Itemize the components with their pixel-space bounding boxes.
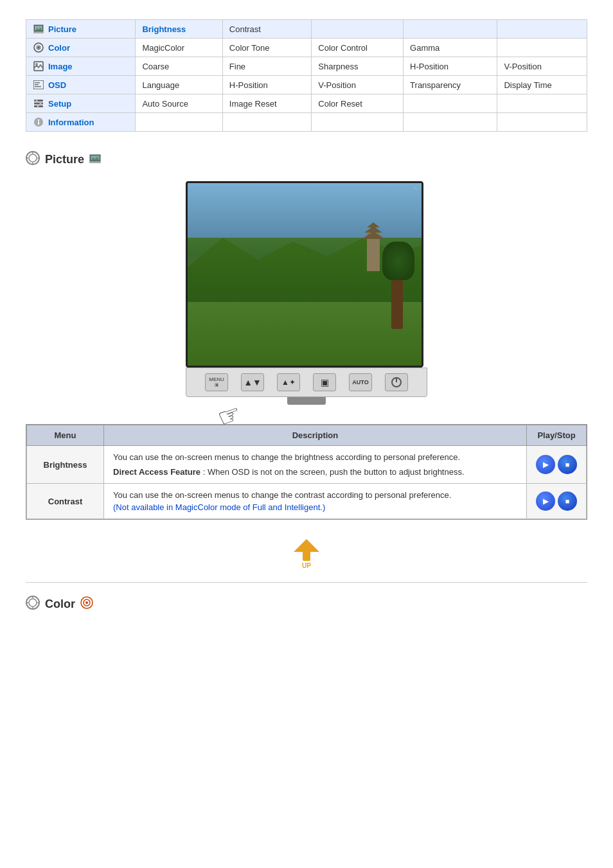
svg-rect-11	[35, 82, 40, 84]
nav-gamma-cell[interactable]: Gamma	[404, 39, 497, 57]
nav-info-empty1	[136, 113, 222, 132]
svg-rect-22	[38, 121, 39, 125]
nav-empty1	[312, 20, 404, 39]
nav-autosource-cell[interactable]: Auto Source	[136, 94, 222, 113]
nav-fine-cell[interactable]: Fine	[222, 57, 312, 76]
contrast-play-stop-btns: ▶ ■	[536, 492, 577, 511]
nav-brightness-cell[interactable]: Brightness	[136, 20, 222, 39]
nav-info-cell[interactable]: Information	[26, 113, 136, 132]
monitor-container: ▲ MENU ▣ ▲▼ ▲✦ ▣	[186, 181, 427, 405]
nav-language-cell[interactable]: Language	[136, 76, 222, 94]
svg-point-36	[85, 601, 88, 604]
up-arrow-base	[303, 552, 310, 561]
svg-rect-15	[34, 103, 43, 105]
image-icon	[33, 60, 44, 72]
svg-rect-31	[396, 378, 397, 382]
nav-sharpness-cell[interactable]: Sharpness	[312, 57, 404, 76]
nav-image-cell[interactable]: Image	[26, 57, 136, 76]
nav-magiccolor-cell[interactable]: MagicColor	[136, 39, 222, 57]
nav-info-empty2	[222, 113, 312, 132]
monitor-stand	[287, 397, 326, 405]
nav-picture-cell[interactable]: Picture	[26, 20, 136, 39]
up-arrow-container: UP	[294, 539, 319, 569]
nav-setup-cell[interactable]: Setup	[26, 94, 136, 113]
menu-btn[interactable]: MENU ▣	[205, 373, 228, 391]
brightness-desc-cell: You can use the on-screen menus to chang…	[104, 446, 527, 484]
nav-imagereset-cell[interactable]: Image Reset	[222, 94, 312, 113]
nav-image-label: Image	[48, 62, 73, 71]
col-desc-header: Description	[104, 425, 527, 446]
contrast-label: Contrast	[48, 497, 82, 506]
brightness-stop-btn[interactable]: ■	[558, 455, 577, 474]
screen-corner: ▲	[413, 184, 418, 191]
up-arrow-section: UP	[26, 539, 587, 569]
brightness-desc-line1: You can use the on-screen menus to chang…	[113, 452, 517, 462]
svg-rect-29	[90, 161, 100, 163]
contrast-forward-btn[interactable]: ▶	[536, 492, 555, 511]
garden-background: ▲	[188, 183, 422, 366]
nav-vposition1-cell[interactable]: V-Position	[497, 57, 587, 76]
nav-displaytime-cell[interactable]: Display Time	[497, 76, 587, 94]
up-arrow	[294, 539, 319, 552]
power-btn[interactable]	[385, 373, 408, 391]
auto-btn[interactable]: AUTO	[349, 373, 372, 391]
brightness-forward-btn[interactable]: ▶	[536, 455, 555, 474]
brightness-menu-cell: Brightness	[27, 446, 104, 484]
nav-info-label: Information	[48, 118, 94, 127]
nav-vposition2-cell[interactable]: V-Position	[312, 76, 404, 94]
nav-empty5	[404, 94, 497, 113]
nav-info-empty3	[312, 113, 404, 132]
brightness-direct-access-bold: Direct Access Feature	[113, 467, 200, 477]
tree-foliage	[382, 242, 414, 280]
nav-contrast-cell[interactable]: Contrast	[222, 20, 312, 39]
color-section-icon1	[26, 596, 40, 613]
nav-empty4	[497, 39, 587, 57]
contrast-stop-btn[interactable]: ■	[558, 492, 577, 511]
nav-color-cell[interactable]: Color	[26, 39, 136, 57]
nav-transparency-cell[interactable]: Transparency	[404, 76, 497, 94]
contrast-desc-line1: You can use the on-screen menus to chang…	[113, 490, 517, 500]
nav-osd-label: OSD	[48, 80, 66, 90]
svg-rect-4	[34, 31, 43, 33]
description-table: Menu Description Play/Stop Brightness Yo…	[26, 425, 587, 519]
svg-point-18	[40, 103, 42, 105]
nav-hposition2-cell[interactable]: H-Position	[222, 76, 312, 94]
monitor-screen: ▲	[186, 181, 423, 368]
picture-heading-icon2	[89, 153, 101, 166]
color-heading-text: Color	[45, 598, 75, 611]
nav-coarse-cell[interactable]: Coarse	[136, 57, 222, 76]
nav-colorcontrol-cell[interactable]: Color Control	[312, 39, 404, 57]
garden-ground	[188, 302, 422, 366]
svg-rect-13	[35, 86, 41, 87]
svg-rect-14	[34, 100, 43, 102]
contrast-desc-line2: (Not available in MagicColor mode of Ful…	[113, 502, 517, 512]
magic-btn[interactable]: ▲✦	[277, 373, 300, 391]
svg-point-24	[29, 154, 37, 162]
color-icon	[33, 42, 44, 53]
picture-heading-text: Picture	[45, 153, 84, 166]
source-btn[interactable]: ▣	[313, 373, 336, 391]
svg-point-21	[38, 120, 39, 121]
nav-hposition1-cell[interactable]: H-Position	[404, 57, 497, 76]
nav-table: Picture Brightness Contrast	[26, 19, 587, 132]
osd-icon	[33, 79, 44, 91]
nav-colortone-cell[interactable]: Color Tone	[222, 39, 312, 57]
nav-empty6	[497, 94, 587, 113]
color-section-icon2	[80, 596, 93, 612]
section-divider	[26, 582, 587, 583]
nav-picture-label: Picture	[48, 24, 76, 34]
svg-point-19	[37, 105, 39, 107]
nav-osd-cell[interactable]: OSD	[26, 76, 136, 94]
col-playstop-header: Play/Stop	[527, 425, 587, 446]
svg-point-17	[36, 100, 38, 102]
nav-empty2	[404, 20, 497, 39]
monitor-area: ▲ MENU ▣ ▲▼ ▲✦ ▣	[26, 181, 587, 405]
color-section-heading: Color	[26, 596, 587, 613]
nav-colorreset-cell[interactable]: Color Reset	[312, 94, 404, 113]
contrast-playstop-cell: ▶ ■	[527, 484, 587, 519]
table-row: Brightness You can use the on-screen men…	[27, 446, 587, 484]
nav-empty3	[497, 20, 587, 39]
adjust-btn[interactable]: ▲▼	[241, 373, 264, 391]
picture-icon	[33, 23, 44, 35]
contrast-menu-cell: Contrast	[27, 484, 104, 519]
